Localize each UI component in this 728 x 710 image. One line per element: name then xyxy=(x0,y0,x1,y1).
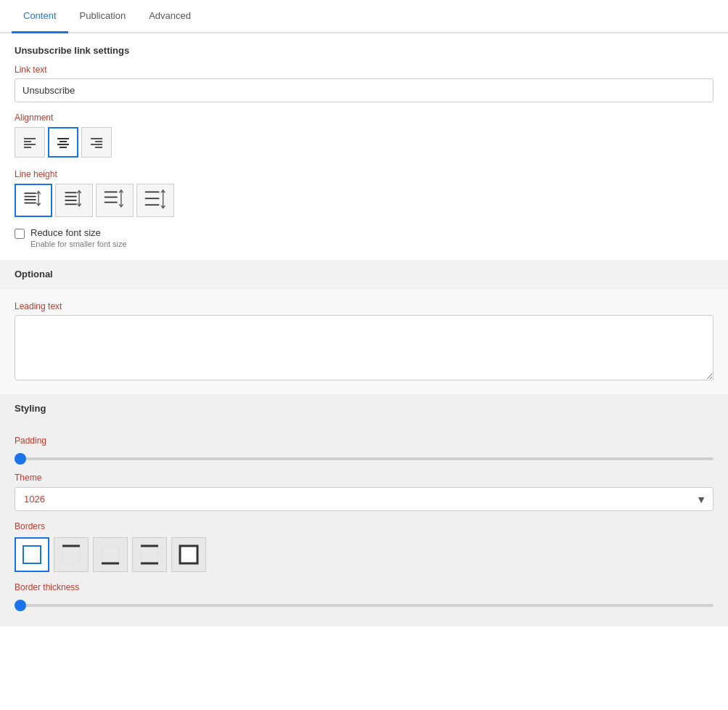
border-thickness-slider[interactable] xyxy=(15,604,713,607)
optional-section: Optional xyxy=(0,260,728,290)
svg-rect-10 xyxy=(91,144,102,145)
svg-rect-13 xyxy=(25,196,36,197)
svg-rect-24 xyxy=(105,202,118,203)
line-height-label: Line height xyxy=(15,169,713,179)
theme-select-wrapper: 1026 1027 1028 ▼ xyxy=(15,487,713,511)
leading-text-label: Leading text xyxy=(15,301,713,311)
line-height-group xyxy=(15,184,713,217)
styling-section-title: Styling xyxy=(15,403,713,414)
border-top-bottom-button[interactable] xyxy=(132,537,167,572)
svg-rect-3 xyxy=(24,147,31,148)
svg-rect-38 xyxy=(180,546,197,563)
svg-rect-5 xyxy=(60,141,67,142)
svg-rect-30 xyxy=(23,546,41,563)
line-height-3-button[interactable] xyxy=(96,184,134,217)
svg-rect-15 xyxy=(25,203,36,204)
border-top-button[interactable] xyxy=(54,537,89,572)
border-bottom-button[interactable] xyxy=(93,537,128,572)
tab-advanced[interactable]: Advanced xyxy=(137,0,203,33)
padding-label: Padding xyxy=(15,436,713,446)
svg-rect-19 xyxy=(65,200,77,201)
border-all-button[interactable] xyxy=(171,537,206,572)
border-none-button[interactable] xyxy=(15,537,49,572)
svg-rect-1 xyxy=(24,141,31,142)
unsubscribe-section: Unsubscribe link settings Link text Alig… xyxy=(0,33,728,260)
theme-select[interactable]: 1026 1027 1028 xyxy=(15,487,713,511)
svg-rect-27 xyxy=(145,197,160,199)
styling-section-header: Styling xyxy=(0,394,728,424)
tabs-bar: Content Publication Advanced xyxy=(0,0,728,33)
svg-rect-23 xyxy=(105,197,118,198)
svg-rect-0 xyxy=(24,138,36,139)
line-height-2-button[interactable] xyxy=(55,184,93,217)
styling-content: Padding Theme 1026 1027 1028 ▼ Borders xyxy=(0,424,728,627)
svg-rect-28 xyxy=(145,204,160,205)
svg-rect-14 xyxy=(25,199,36,200)
svg-rect-8 xyxy=(91,138,102,139)
align-left-button[interactable] xyxy=(15,127,45,158)
reduce-font-checkbox[interactable] xyxy=(15,229,25,239)
svg-rect-17 xyxy=(65,192,77,193)
svg-rect-26 xyxy=(145,192,160,193)
line-height-1-button[interactable] xyxy=(15,184,52,217)
leading-text-textarea[interactable] xyxy=(15,315,713,380)
svg-rect-20 xyxy=(65,203,77,205)
svg-rect-35 xyxy=(141,546,158,563)
tab-publication[interactable]: Publication xyxy=(68,0,138,33)
svg-rect-18 xyxy=(65,196,77,197)
border-thickness-slider-wrapper xyxy=(15,598,713,609)
reduce-font-hint: Enable for smaller font size xyxy=(30,240,127,248)
align-center-button[interactable] xyxy=(48,127,78,158)
svg-rect-31 xyxy=(62,546,80,563)
align-right-button[interactable] xyxy=(81,127,112,158)
link-text-input[interactable] xyxy=(15,78,713,102)
reduce-font-row: Reduce font size Enable for smaller font… xyxy=(15,227,713,248)
svg-rect-22 xyxy=(105,192,118,193)
border-style-group xyxy=(15,537,713,572)
optional-content: Leading text xyxy=(0,290,728,394)
padding-slider[interactable] xyxy=(15,457,713,460)
svg-rect-11 xyxy=(95,147,102,148)
svg-rect-7 xyxy=(60,147,67,148)
border-thickness-label: Border thickness xyxy=(15,582,713,592)
svg-rect-33 xyxy=(102,546,119,563)
link-text-label: Link text xyxy=(15,65,713,75)
svg-rect-12 xyxy=(25,192,36,194)
reduce-font-label[interactable]: Reduce font size xyxy=(30,227,127,238)
svg-rect-6 xyxy=(57,144,69,145)
borders-label: Borders xyxy=(15,521,713,531)
svg-rect-9 xyxy=(95,141,102,142)
svg-rect-2 xyxy=(24,144,36,145)
padding-slider-wrapper xyxy=(15,452,713,462)
optional-section-title: Optional xyxy=(15,269,713,279)
alignment-label: Alignment xyxy=(15,113,713,123)
unsubscribe-section-title: Unsubscribe link settings xyxy=(15,45,713,56)
svg-rect-4 xyxy=(57,138,69,139)
line-height-4-button[interactable] xyxy=(136,184,174,217)
alignment-group xyxy=(15,127,713,158)
tab-content[interactable]: Content xyxy=(12,0,68,33)
theme-label: Theme xyxy=(15,473,713,483)
